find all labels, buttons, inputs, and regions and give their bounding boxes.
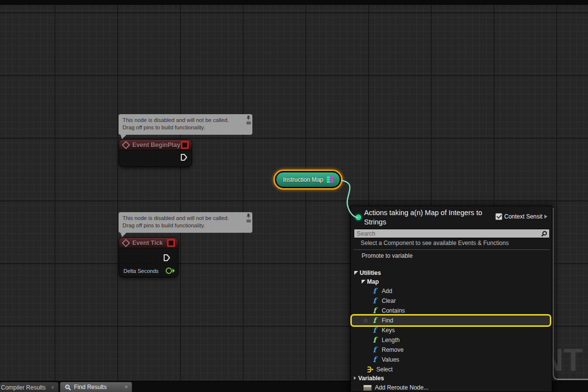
context-sensitive-checkbox[interactable] <box>495 213 502 220</box>
graph-panel-border <box>553 208 588 380</box>
collapsed-arrow-icon[interactable] <box>354 376 357 380</box>
menu-item-contains[interactable]: f Contains <box>352 306 550 316</box>
disabled-indicator-icon <box>167 239 175 247</box>
float-output-pin[interactable] <box>166 268 172 274</box>
comment-bubble-icon[interactable] <box>246 220 251 222</box>
connection-wire <box>337 175 367 220</box>
exec-output-pin[interactable] <box>163 254 171 262</box>
function-icon: f <box>373 306 376 315</box>
favorite-star-icon[interactable]: ☆ <box>363 316 368 325</box>
context-sensitive-label: Context Sensit <box>504 213 542 220</box>
menu-item-clear[interactable]: f Clear <box>352 296 550 306</box>
menu-item-add[interactable]: f Add <box>352 286 550 296</box>
menu-item-keys[interactable]: f Keys <box>352 325 550 335</box>
expanded-arrow-icon[interactable] <box>362 280 366 284</box>
delta-seconds-label: Delta Seconds <box>123 268 159 274</box>
event-diamond-icon <box>122 141 130 149</box>
node-title: Event BeginPlay <box>132 142 180 148</box>
function-icon: f <box>373 345 376 354</box>
checkmark-icon <box>496 214 502 219</box>
pin-arrow-icon <box>172 269 175 273</box>
comment-line-1: This node is disabled and will not be ca… <box>122 117 248 124</box>
function-icon: f <box>373 336 376 344</box>
search-input[interactable] <box>354 229 549 238</box>
comment-line-1: This node is disabled and will not be ca… <box>122 215 248 222</box>
menu-item-length[interactable]: f Length <box>352 335 550 345</box>
disabled-node-comment-bubble: This node is disabled and will not be ca… <box>119 114 252 135</box>
reroute-node-icon <box>363 385 372 391</box>
divider <box>354 249 550 250</box>
category-variables[interactable]: Variables <box>353 374 384 383</box>
menu-item-select[interactable]: Select <box>352 365 550 374</box>
function-icon: f <box>373 316 376 325</box>
event-beginplay-node[interactable]: Event BeginPlay <box>119 139 192 167</box>
function-icon: f <box>373 355 376 364</box>
tab-find-results[interactable]: Find Results × <box>60 382 132 392</box>
node-title: Event Tick <box>132 240 163 246</box>
expanded-arrow-icon[interactable] <box>354 271 358 275</box>
event-tick-node[interactable]: Event Tick Delta Seconds <box>119 237 178 277</box>
search-icon <box>541 231 547 237</box>
tab-compiler-results[interactable]: Compiler Results × <box>0 382 58 392</box>
event-diamond-icon <box>122 239 130 247</box>
menu-item-add-reroute-node[interactable]: Add Reroute Node... <box>352 383 550 392</box>
blueprint-editor: NT This node is disabled and will not be… <box>0 0 588 392</box>
menu-item-values[interactable]: f Values <box>352 355 550 365</box>
pin-icon[interactable] <box>246 115 251 121</box>
category-utilities[interactable]: Utilities <box>354 269 381 277</box>
comment-bubble-icon[interactable] <box>246 122 251 124</box>
function-icon: f <box>373 296 376 305</box>
instruction-map-node[interactable]: Instruction Map <box>273 170 343 190</box>
chevron-right-icon[interactable] <box>544 215 547 219</box>
close-icon[interactable]: × <box>124 384 128 390</box>
blueprint-action-menu: Actions taking a(n) Map of Integers to S… <box>350 206 552 392</box>
close-icon[interactable]: × <box>51 385 54 391</box>
variable-title: Instruction Map <box>283 176 323 183</box>
search-box <box>354 229 550 238</box>
menu-item-remove[interactable]: f Remove <box>352 345 550 355</box>
menu-item-find[interactable]: ☆ f Find <box>352 316 550 325</box>
select-node-icon <box>366 366 374 373</box>
component-hint-text: Select a Component to see available Even… <box>361 240 509 246</box>
function-icon: f <box>373 326 376 335</box>
find-results-icon <box>65 384 71 391</box>
disabled-node-comment-bubble: This node is disabled and will not be ca… <box>119 212 252 233</box>
pin-icon[interactable] <box>246 213 251 219</box>
menu-title: Actions taking a(n) Map of Integers to S… <box>364 208 501 227</box>
exec-output-pin[interactable] <box>180 153 188 161</box>
disabled-indicator-icon <box>181 141 189 149</box>
map-pin-icon[interactable] <box>327 176 333 183</box>
menu-item-promote-to-variable[interactable]: Promote to variable <box>362 252 413 260</box>
comment-line-2: Drag off pins to build functionality. <box>122 222 248 229</box>
comment-line-2: Drag off pins to build functionality. <box>122 124 248 131</box>
category-map[interactable]: Map <box>362 278 379 286</box>
function-icon: f <box>373 287 376 295</box>
